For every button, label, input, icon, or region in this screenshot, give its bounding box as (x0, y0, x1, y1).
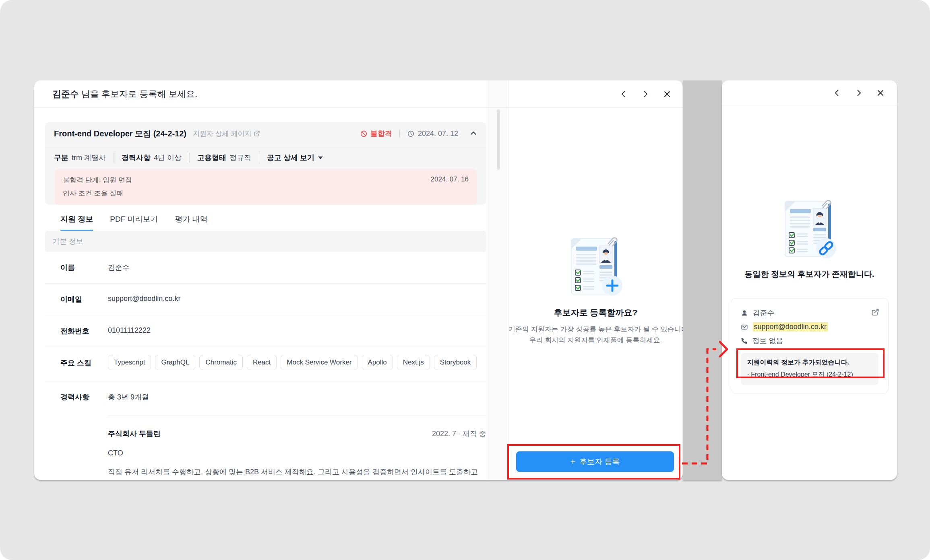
career-role: CTO (108, 449, 486, 457)
applicant-detail-pane: 김준수 님을 후보자로 등록해 보세요. Front-end Developer… (34, 80, 488, 480)
resume-illustration-add (566, 235, 626, 299)
mail-icon (741, 323, 748, 331)
next-button[interactable] (641, 90, 650, 99)
chevron-left-icon (619, 90, 628, 99)
drawer-heading: 후보자로 등록할까요? (508, 307, 683, 318)
modal-title-rest: 님을 후보자로 등록해 보세요. (81, 88, 197, 100)
meta-label: 고용형태 (197, 153, 226, 163)
panel-header (722, 80, 897, 105)
meta-value: 정규직 (229, 153, 251, 163)
tab[interactable]: PDF 미리보기 (110, 214, 158, 231)
tab[interactable]: 지원 정보 (60, 214, 93, 231)
rejected-icon (360, 130, 368, 138)
skill-tag: Mock Service Worker (281, 355, 358, 370)
resume-illustration-link (779, 197, 840, 261)
tab-label: 평가 내역 (175, 215, 208, 223)
field-label: 이름 (60, 263, 108, 272)
field-row-phone: 전화번호 01011112222 (45, 315, 486, 347)
external-link-icon (254, 130, 260, 137)
divider (399, 130, 400, 137)
close-button[interactable] (663, 90, 672, 99)
meta-value: 4년 이상 (154, 153, 182, 163)
close-button[interactable] (876, 89, 885, 97)
rejection-alert: 불합격 단계: 임원 면접 2024. 07. 16 입사 조건 조율 실패 (55, 169, 477, 205)
candidate-phone-row: 정보 없음 (741, 336, 878, 346)
career-description: 직접 유저 리서치를 수행하고, 상황에 맞는 B2B 서비스 제작해요. 그리… (108, 465, 486, 480)
drawer-description-line2: 우리 회사의 지원자를 인재풀에 등록하세요. (508, 335, 683, 346)
rejection-date: 2024. 07. 16 (430, 175, 469, 185)
duplicate-heading: 동일한 정보의 후보자가 존재합니다. (722, 269, 897, 280)
skill-tag: Apollo (362, 355, 393, 370)
register-candidate-drawer: 후보자로 등록할까요? 기존의 지원자는 가장 성공률 높은 후보자가 될 수 … (508, 80, 683, 480)
screen: 김준수 님을 후보자로 등록해 보세요. Front-end Developer… (0, 0, 930, 560)
scrollbar-thumb[interactable] (497, 109, 500, 170)
clock-icon (407, 130, 415, 138)
external-link-icon (871, 308, 879, 316)
job-detail-dropdown[interactable]: 공고 상세 보기 (259, 153, 323, 163)
skill-tag: GraphQL (155, 355, 195, 370)
career-company: 주식회사 두들린 (108, 429, 161, 439)
detail-tabs: 지원 정보 PDF 미리보기 평가 내역 (60, 214, 488, 231)
tab[interactable]: 평가 내역 (175, 214, 208, 231)
applied-date: 2024. 07. 12 (407, 130, 458, 138)
section-header-basic-info: 기본 정보 (45, 231, 486, 252)
candidate-name: 김준수 (753, 308, 775, 318)
job-meta-item: 경력사항 4년 이상 (114, 153, 182, 163)
field-row-name: 이름 김준수 (45, 252, 486, 284)
status-badge: 불합격 (360, 129, 392, 138)
prev-button[interactable] (833, 89, 841, 97)
drawer-header (508, 80, 683, 107)
applicant-detail-link-label: 지원자 상세 페이지 (193, 129, 251, 138)
rejection-stage: 불합격 단계: 임원 면접 (63, 175, 132, 185)
modal-title: 김준수 님을 후보자로 등록해 보세요. (34, 80, 488, 107)
candidate-email-highlight: support@doodlin.co.kr (753, 322, 828, 331)
register-candidate-button[interactable]: + 후보자 등록 (516, 451, 674, 472)
close-icon (663, 90, 672, 99)
prev-button[interactable] (619, 90, 628, 99)
next-button[interactable] (854, 89, 863, 97)
open-candidate-icon[interactable] (871, 308, 879, 318)
job-detail-dropdown-label: 공고 상세 보기 (267, 153, 314, 163)
person-icon (741, 309, 748, 317)
dimmed-gap (683, 80, 722, 480)
basic-info-fields: 이름 김준수 이메일 support@doodlin.co.kr 전화번호 01… (45, 252, 486, 480)
register-candidate-modal: 김준수 님을 후보자로 등록해 보세요. Front-end Developer… (34, 80, 683, 480)
field-row-career: 경력사항 총 3년 9개월 주식회사 두들린 2022. 7 - 재직 중 CT… (45, 381, 486, 480)
scrollbar-track (488, 80, 508, 480)
career-period: 2022. 7 - 재직 중 (432, 429, 486, 439)
candidate-card: 김준수 support@doodlin.co.kr 정보 없음 지원이력의 정보… (731, 298, 889, 393)
chevron-right-icon (854, 89, 863, 97)
skill-tag-list: TypescriptGraphQLChromaticReactMock Serv… (108, 355, 486, 370)
field-value: support@doodlin.co.kr (108, 294, 486, 304)
candidate-email-row: support@doodlin.co.kr (741, 322, 878, 331)
history-added-item: · Front-end Developer 모집 (24-2-12) (747, 371, 872, 379)
caret-down-icon (318, 156, 323, 159)
divider (108, 416, 486, 416)
job-meta-item: 고용형태 정규직 (189, 153, 251, 163)
field-value: 김준수 (108, 263, 486, 272)
field-row-skills: 주요 스킬 TypescriptGraphQLChromaticReactMoc… (45, 347, 486, 381)
skill-tag: React (247, 355, 277, 370)
job-status-group: 불합격 2024. 07. 12 (360, 129, 477, 138)
field-row-email: 이메일 support@doodlin.co.kr (45, 284, 486, 315)
meta-label: 경력사항 (122, 153, 151, 163)
field-label: 주요 스킬 (60, 358, 108, 370)
job-meta-item: 구분 trm 계열사 (54, 153, 106, 163)
meta-value: trm 계열사 (72, 153, 106, 163)
job-title: Front-end Developer 모집 (24-2-12) (54, 128, 186, 139)
tab-label: PDF 미리보기 (110, 215, 158, 223)
job-card-header: Front-end Developer 모집 (24-2-12) 지원자 상세 … (45, 122, 486, 145)
register-candidate-button-label: 후보자 등록 (579, 457, 620, 467)
rejection-reason: 입사 조건 조율 실패 (63, 189, 469, 198)
job-meta-row: 구분 trm 계열사 경력사항 4년 이상 고용형태 정규직 (45, 145, 486, 163)
field-label: 경력사항 (60, 392, 108, 480)
section-header-label: 기본 정보 (52, 237, 83, 246)
chevron-right-icon (641, 90, 650, 99)
drawer-body: 후보자로 등록할까요? 기존의 지원자는 가장 성공률 높은 후보자가 될 수 … (508, 107, 683, 346)
applicant-detail-link[interactable]: 지원자 상세 페이지 (193, 129, 260, 138)
collapse-button[interactable] (469, 130, 477, 138)
job-posting-card: Front-end Developer 모집 (24-2-12) 지원자 상세 … (45, 122, 486, 205)
candidate-name-row: 김준수 (741, 308, 878, 318)
history-added-title: 지원이력의 정보가 추가되었습니다. (747, 358, 872, 367)
status-label: 불합격 (370, 129, 392, 138)
